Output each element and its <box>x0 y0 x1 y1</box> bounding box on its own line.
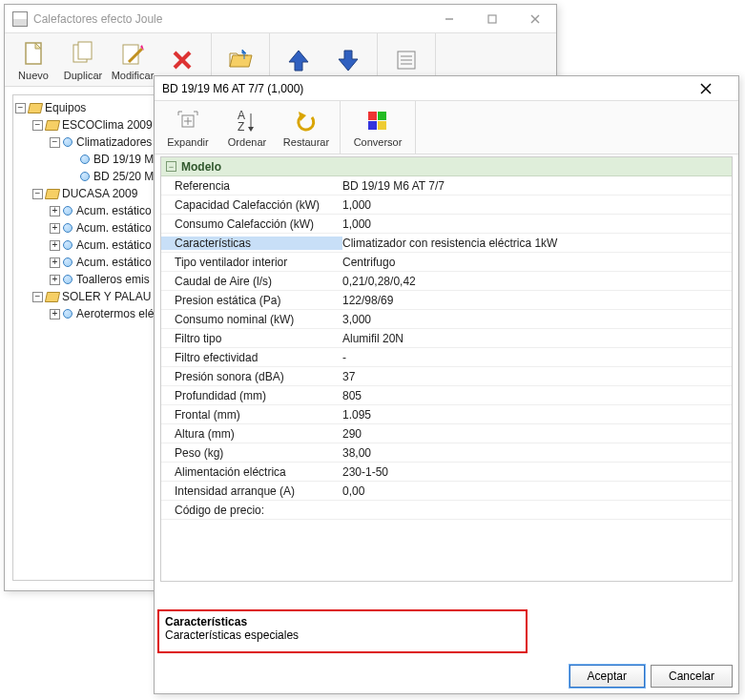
property-row[interactable]: Filtro tipoAlumifil 20N <box>161 329 732 348</box>
child-close-button[interactable] <box>700 83 738 94</box>
duplicate-label: Duplicar <box>64 70 102 81</box>
child-title: BD 19/19 M6 AT 7/7 (1,000) <box>155 82 700 95</box>
duplicate-icon <box>70 39 96 68</box>
child-window: BD 19/19 M6 AT 7/7 (1,000) Expandir AZ O… <box>154 75 739 694</box>
property-value[interactable]: 1,000 <box>342 198 732 212</box>
property-row[interactable]: ReferenciaBD 19/19 M6 AT 7/7 <box>161 176 732 196</box>
property-value[interactable]: 1.095 <box>342 408 732 422</box>
dialog-button-bar: Aceptar Cancelar <box>569 665 733 688</box>
property-key: Filtro efectividad <box>161 351 342 364</box>
app-icon <box>12 11 28 27</box>
edit-label: Modificar <box>112 70 155 81</box>
minimize-button[interactable] <box>427 6 470 32</box>
property-value[interactable]: - <box>342 351 732 364</box>
expand-button[interactable]: Expandir <box>158 101 217 154</box>
converter-button[interactable]: Conversor <box>344 101 411 154</box>
property-grid[interactable]: − Modelo ReferenciaBD 19/19 M6 AT 7/7Cap… <box>160 156 733 582</box>
property-value[interactable]: 38,00 <box>342 446 732 460</box>
property-row[interactable]: Tipo ventilador interiorCentrifugo <box>161 253 732 272</box>
svg-rect-32 <box>378 121 386 130</box>
property-row[interactable]: CaracterísticasClimatizador con resisten… <box>161 234 732 253</box>
list-icon <box>393 46 420 74</box>
property-key: Consumo nominal (kW) <box>161 313 342 326</box>
property-row[interactable]: Intensidad arranque (A)0,00 <box>161 482 732 501</box>
property-row[interactable]: Frontal (mm)1.095 <box>161 405 732 424</box>
property-value[interactable]: 37 <box>342 370 732 383</box>
property-key: Altura (mm) <box>161 427 342 441</box>
expand-icon <box>175 108 201 134</box>
accept-button[interactable]: Aceptar <box>569 665 645 688</box>
property-key: Presion estática (Pa) <box>161 294 342 307</box>
property-value[interactable]: BD 19/19 M6 AT 7/7 <box>342 179 732 193</box>
sort-button[interactable]: AZ Ordenar <box>217 101 277 154</box>
property-key: Profundidad (mm) <box>161 389 342 402</box>
converter-icon <box>364 108 391 134</box>
svg-rect-1 <box>488 15 496 23</box>
duplicate-button[interactable]: Duplicar <box>58 33 108 86</box>
new-button[interactable]: Nuevo <box>9 33 58 86</box>
property-row[interactable]: Alimentación eléctrica230-1-50 <box>161 463 732 482</box>
property-key: Filtro tipo <box>161 332 342 345</box>
cancel-button[interactable]: Cancelar <box>651 665 733 688</box>
svg-rect-31 <box>368 121 377 130</box>
property-value[interactable]: 230-1-50 <box>342 465 732 479</box>
property-row[interactable]: Altura (mm)290 <box>161 424 732 443</box>
property-key: Frontal (mm) <box>161 408 342 422</box>
property-row[interactable]: Profundidad (mm)805 <box>161 386 732 405</box>
property-value[interactable]: 1,000 <box>342 217 732 231</box>
property-value[interactable]: Climatizador con resistencia eléctrica 1… <box>342 237 732 250</box>
property-value[interactable]: 0,00 <box>342 484 732 498</box>
property-key: Código de precio: <box>161 504 342 517</box>
property-group-header[interactable]: − Modelo <box>161 157 732 176</box>
delete-icon <box>169 45 196 73</box>
property-key: Alimentación eléctrica <box>161 465 342 479</box>
property-value[interactable]: Alumifil 20N <box>342 332 732 345</box>
new-icon <box>20 39 47 68</box>
property-row[interactable]: Consumo Calefacción (kW)1,000 <box>161 215 732 234</box>
property-key: Tipo ventilador interior <box>161 256 342 269</box>
property-row[interactable]: Peso (kg)38,00 <box>161 443 732 463</box>
property-key: Presión sonora (dBA) <box>161 370 342 383</box>
property-key: Características <box>161 237 342 250</box>
arrow-down-icon <box>335 46 362 74</box>
property-key: Consumo Calefacción (kW) <box>161 217 342 231</box>
folder-open-icon <box>227 46 254 74</box>
group-title: Modelo <box>181 160 221 174</box>
property-key: Capacidad Calefacción (kW) <box>161 198 342 212</box>
restore-button[interactable]: Restaurar <box>277 101 336 154</box>
property-row[interactable]: Consumo nominal (kW)3,000 <box>161 310 732 329</box>
svg-marker-13 <box>289 51 308 71</box>
maximize-button[interactable] <box>470 6 513 32</box>
description-text: Características especiales <box>165 628 520 642</box>
arrow-up-icon <box>285 46 312 74</box>
property-value[interactable]: 0,21/0,28/0,42 <box>342 275 732 288</box>
edit-button[interactable]: Modificar <box>108 33 157 86</box>
svg-marker-27 <box>248 127 254 132</box>
description-title: Características <box>165 615 520 628</box>
property-value[interactable]: 122/98/69 <box>342 294 732 307</box>
svg-rect-30 <box>378 112 386 120</box>
property-row[interactable]: Código de precio: <box>161 501 732 520</box>
property-key: Intensidad arranque (A) <box>161 484 342 498</box>
description-panel: Características Características especial… <box>157 609 528 653</box>
property-value[interactable]: 290 <box>342 427 732 441</box>
property-key: Referencia <box>161 179 342 193</box>
property-value[interactable]: Centrifugo <box>342 256 732 269</box>
property-key: Peso (kg) <box>161 446 342 460</box>
child-titlebar: BD 19/19 M6 AT 7/7 (1,000) <box>155 76 738 101</box>
property-row[interactable]: Presión sonora (dBA)37 <box>161 367 732 386</box>
property-value[interactable]: 805 <box>342 389 732 402</box>
undo-icon <box>293 108 320 134</box>
property-row[interactable]: Presion estática (Pa)122/98/69 <box>161 291 732 310</box>
parent-titlebar: Calefactores efecto Joule <box>5 5 556 33</box>
svg-rect-29 <box>368 112 377 120</box>
property-row[interactable]: Caudal de Aire (l/s)0,21/0,28/0,42 <box>161 272 732 291</box>
property-row[interactable]: Capacidad Calefacción (kW)1,000 <box>161 196 732 215</box>
property-value[interactable]: 3,000 <box>342 313 732 326</box>
sort-icon: AZ <box>234 108 260 134</box>
new-label: Nuevo <box>18 70 49 81</box>
property-row[interactable]: Filtro efectividad- <box>161 348 732 367</box>
svg-marker-14 <box>339 51 358 71</box>
collapse-icon[interactable]: − <box>166 161 176 172</box>
close-button[interactable] <box>513 6 556 32</box>
